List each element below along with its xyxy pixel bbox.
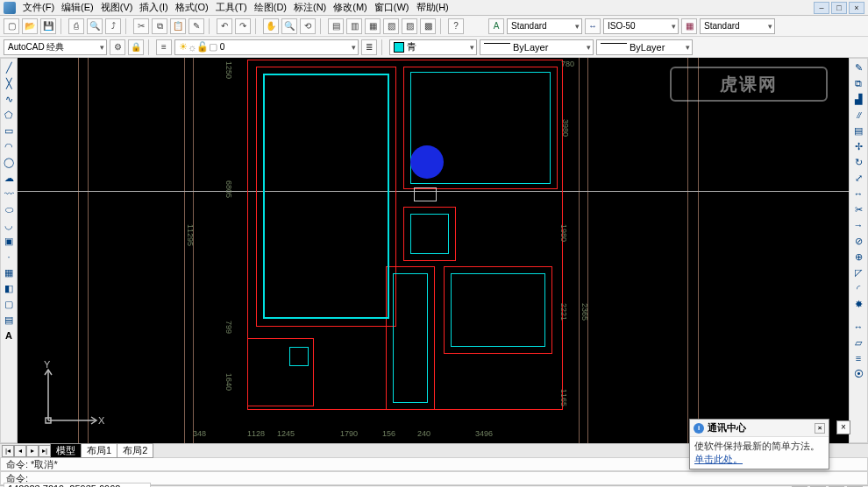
workspace-lock-icon[interactable]: 🔒 [128, 39, 144, 55]
new-icon[interactable]: ▢ [4, 18, 19, 34]
publish-icon[interactable]: ⤴ [105, 18, 121, 34]
ellipse-tool-icon[interactable]: ⬭ [2, 202, 16, 216]
revcloud-tool-icon[interactable]: ☁ [2, 171, 16, 185]
extend-tool-icon[interactable]: → [851, 218, 865, 232]
rotate-tool-icon[interactable]: ↻ [851, 155, 865, 169]
array-tool-icon[interactable]: ▤ [851, 124, 865, 138]
workspace-settings-icon[interactable]: ⚙ [110, 39, 125, 55]
menu-tools[interactable]: 工具(T) [216, 1, 247, 14]
arc-tool-icon[interactable]: ◠ [2, 139, 16, 153]
paste-icon[interactable]: 📋 [170, 18, 186, 34]
sheetset-icon[interactable]: ▧ [383, 18, 399, 34]
tab-last-button[interactable]: ▸| [39, 445, 51, 457]
popup-close2-button[interactable]: × [836, 420, 850, 434]
menu-modify[interactable]: 修改(M) [333, 1, 367, 14]
circle-tool-icon[interactable]: ◯ [2, 155, 16, 169]
toolpalettes-icon[interactable]: ▦ [365, 18, 381, 34]
menu-view[interactable]: 视图(V) [101, 1, 133, 14]
tab-first-button[interactable]: |◂ [2, 445, 14, 457]
join-tool-icon[interactable]: ⊕ [851, 250, 865, 264]
tab-prev-button[interactable]: ◂ [14, 445, 26, 457]
minimize-button[interactable]: – [814, 2, 829, 14]
region-tool-icon[interactable]: ▢ [2, 297, 16, 311]
workspace-combo[interactable]: AutoCAD 经典 [4, 39, 107, 55]
mirror-tool-icon[interactable]: ▟ [851, 92, 865, 106]
calc-icon[interactable]: ▩ [420, 18, 436, 34]
properties-icon[interactable]: ▤ [328, 18, 344, 34]
spline-tool-icon[interactable]: 〰 [2, 187, 16, 201]
save-icon[interactable]: 💾 [40, 18, 56, 34]
menu-edit[interactable]: 编辑(E) [61, 1, 94, 14]
table-tool-icon[interactable]: ▤ [2, 313, 16, 327]
undo-icon[interactable]: ↶ [217, 18, 232, 34]
copy-icon[interactable]: ⧉ [152, 18, 167, 34]
polyline-tool-icon[interactable]: ∿ [2, 92, 16, 106]
menu-window[interactable]: 窗口(W) [374, 1, 409, 14]
layer-combo[interactable]: ☀☼🔓▢ 0 [174, 39, 359, 55]
polygon-tool-icon[interactable]: ⬠ [2, 108, 16, 122]
xline-tool-icon[interactable]: ╳ [2, 76, 16, 90]
ellipsearc-tool-icon[interactable]: ◡ [2, 218, 16, 232]
block-tool-icon[interactable]: ▣ [2, 234, 16, 248]
tablestyle-icon[interactable]: ▦ [681, 18, 697, 34]
preview-icon[interactable]: 🔍 [87, 18, 103, 34]
fillet-tool-icon[interactable]: ◜ [851, 281, 865, 295]
tablestyle-combo[interactable]: Standard [700, 18, 775, 34]
layer-prev-icon[interactable]: ≣ [361, 39, 377, 55]
tab-model[interactable]: 模型 [50, 443, 82, 458]
tab-layout1[interactable]: 布局1 [81, 443, 117, 458]
copy-tool-icon[interactable]: ⧉ [851, 76, 865, 90]
scale-tool-icon[interactable]: ⤢ [851, 171, 865, 185]
id-tool-icon[interactable]: ⦿ [851, 367, 865, 381]
pan-icon[interactable]: ✋ [263, 18, 279, 34]
popup-close-button[interactable]: × [815, 423, 825, 434]
menu-draw[interactable]: 绘图(D) [254, 1, 287, 14]
textstyle-combo[interactable]: Standard [507, 18, 582, 34]
tab-layout2[interactable]: 布局2 [117, 443, 153, 458]
menu-format[interactable]: 格式(O) [175, 1, 209, 14]
model-viewport[interactable]: 1250 780 11295 6805 3980 1980 799 1640 1… [18, 58, 849, 443]
close-button[interactable]: × [849, 2, 864, 14]
zoom-prev-icon[interactable]: ⟲ [300, 18, 316, 34]
list-tool-icon[interactable]: ≡ [851, 351, 865, 365]
stretch-tool-icon[interactable]: ↔ [851, 187, 865, 201]
restore-button[interactable]: □ [831, 2, 847, 14]
dist-tool-icon[interactable]: ↔ [851, 320, 865, 334]
menu-insert[interactable]: 插入(I) [139, 1, 167, 14]
open-icon[interactable]: 📂 [22, 18, 38, 34]
zoom-icon[interactable]: 🔍 [281, 18, 297, 34]
popup-link[interactable]: 单击此处。 [694, 454, 743, 464]
offset-tool-icon[interactable]: ⫽ [851, 108, 865, 122]
mtext-tool-icon[interactable]: A [2, 328, 16, 342]
explode-tool-icon[interactable]: ✸ [851, 297, 865, 311]
markup-icon[interactable]: ▨ [402, 18, 417, 34]
gradient-tool-icon[interactable]: ◧ [2, 281, 16, 295]
area-tool-icon[interactable]: ▱ [851, 335, 865, 349]
break-tool-icon[interactable]: ⊘ [851, 234, 865, 248]
lineweight-combo[interactable]: ByLayer [596, 39, 693, 55]
print-icon[interactable]: ⎙ [68, 18, 84, 34]
linetype-combo[interactable]: ByLayer [480, 39, 594, 55]
trim-tool-icon[interactable]: ✂ [851, 202, 865, 216]
hatch-tool-icon[interactable]: ▦ [2, 265, 16, 279]
erase-tool-icon[interactable]: ✎ [851, 60, 865, 74]
tab-next-button[interactable]: ▸ [26, 445, 39, 457]
point-tool-icon[interactable]: · [2, 250, 16, 264]
move-tool-icon[interactable]: ✢ [851, 139, 865, 153]
match-icon[interactable]: ✎ [189, 18, 204, 34]
designcenter-icon[interactable]: ▥ [346, 18, 362, 34]
textstyle-icon[interactable]: A [488, 18, 504, 34]
redo-icon[interactable]: ↷ [235, 18, 251, 34]
menu-file[interactable]: 文件(F) [23, 1, 54, 14]
cut-icon[interactable]: ✂ [133, 18, 149, 34]
dimstyle-combo[interactable]: ISO-50 [603, 18, 679, 34]
dimstyle-icon[interactable]: ↔ [585, 18, 601, 34]
color-combo[interactable]: 青 [389, 39, 477, 55]
chamfer-tool-icon[interactable]: ◸ [851, 265, 865, 279]
rectangle-tool-icon[interactable]: ▭ [2, 124, 16, 138]
menu-dim[interactable]: 标注(N) [294, 1, 326, 14]
menu-help[interactable]: 帮助(H) [416, 1, 449, 14]
layer-filter-icon[interactable]: ≡ [156, 39, 172, 55]
help-icon[interactable]: ? [448, 18, 464, 34]
line-tool-icon[interactable]: ╱ [2, 60, 16, 74]
